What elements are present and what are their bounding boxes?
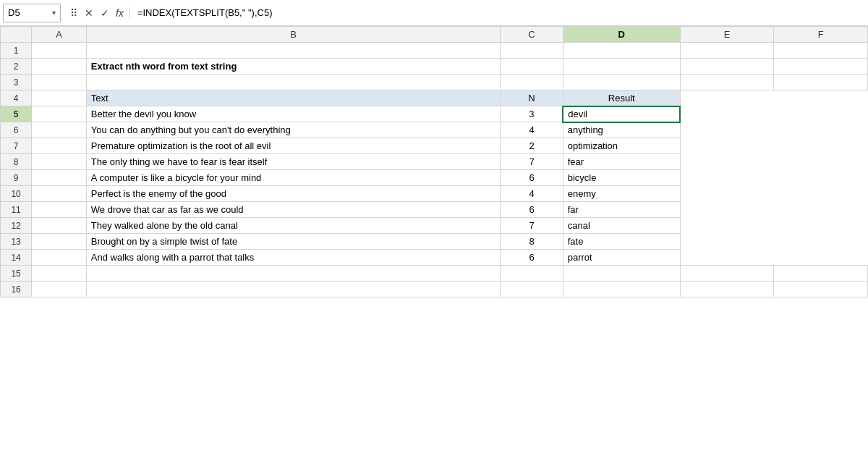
n-cell[interactable]: 6 — [501, 202, 563, 218]
row-number[interactable]: 15 — [1, 266, 32, 282]
result-cell[interactable]: canal — [563, 218, 680, 234]
cell[interactable] — [32, 106, 87, 122]
col-header-d[interactable]: D — [563, 27, 680, 43]
row-number[interactable]: 4 — [1, 90, 32, 106]
row-number[interactable]: 9 — [1, 170, 32, 186]
result-cell[interactable]: bicycle — [563, 170, 680, 186]
confirm-formula-icon[interactable]: ✓ — [98, 6, 111, 20]
cell[interactable] — [32, 75, 87, 90]
result-cell[interactable]: anything — [563, 122, 680, 138]
cell[interactable] — [680, 266, 774, 282]
n-cell[interactable]: 6 — [501, 250, 563, 266]
cell[interactable] — [32, 234, 87, 250]
row-number[interactable]: 12 — [1, 218, 32, 234]
row-number[interactable]: 1 — [1, 43, 32, 59]
col-result-header[interactable]: Result — [563, 90, 680, 106]
result-cell[interactable]: devil — [563, 106, 680, 122]
result-cell[interactable]: far — [563, 202, 680, 218]
cell[interactable] — [32, 122, 87, 138]
cell[interactable] — [563, 59, 680, 75]
cell[interactable] — [774, 282, 868, 297]
col-header-c[interactable]: C — [501, 27, 563, 43]
cell[interactable] — [86, 75, 500, 90]
cell[interactable] — [680, 43, 774, 59]
n-cell[interactable]: 4 — [501, 186, 563, 202]
spreadsheet-title[interactable]: Extract nth word from text string — [86, 59, 500, 75]
text-cell[interactable]: The only thing we have to fear is fear i… — [86, 154, 500, 170]
result-cell[interactable]: parrot — [563, 250, 680, 266]
cell[interactable] — [680, 75, 774, 90]
row-number[interactable]: 6 — [1, 122, 32, 138]
n-cell[interactable]: 6 — [501, 170, 563, 186]
text-cell[interactable]: Premature optimization is the root of al… — [86, 138, 500, 154]
cell[interactable] — [32, 186, 87, 202]
cell[interactable] — [32, 282, 87, 297]
cell-reference-box[interactable]: D5 ▾ — [3, 4, 61, 22]
col-header-b[interactable]: B — [86, 27, 500, 43]
col-header-f[interactable]: F — [774, 27, 868, 43]
cancel-formula-icon[interactable]: ✕ — [82, 6, 95, 20]
row-number[interactable]: 16 — [1, 282, 32, 297]
cell[interactable] — [774, 75, 868, 90]
cell[interactable] — [32, 218, 87, 234]
cell[interactable] — [32, 170, 87, 186]
n-cell[interactable]: 2 — [501, 138, 563, 154]
row-number[interactable]: 8 — [1, 154, 32, 170]
result-cell[interactable]: fear — [563, 154, 680, 170]
text-cell[interactable]: A computer is like a bicycle for your mi… — [86, 170, 500, 186]
text-cell[interactable]: You can do anything but you can't do eve… — [86, 122, 500, 138]
n-cell[interactable]: 7 — [501, 218, 563, 234]
col-header-e[interactable]: E — [680, 27, 774, 43]
n-cell[interactable]: 3 — [501, 106, 563, 122]
cell[interactable] — [32, 266, 87, 282]
text-cell[interactable]: Brought on by a simple twist of fate — [86, 234, 500, 250]
cell[interactable] — [680, 282, 774, 297]
cell[interactable] — [501, 75, 563, 90]
row-number[interactable]: 5 — [1, 106, 32, 122]
row-number[interactable]: 10 — [1, 186, 32, 202]
row-number[interactable]: 14 — [1, 250, 32, 266]
cell[interactable] — [563, 282, 680, 297]
result-cell[interactable]: optimization — [563, 138, 680, 154]
result-cell[interactable]: enemy — [563, 186, 680, 202]
cell[interactable] — [563, 75, 680, 90]
text-cell[interactable]: They walked alone by the old canal — [86, 218, 500, 234]
cell[interactable] — [86, 43, 500, 59]
row-number[interactable]: 3 — [1, 75, 32, 90]
n-cell[interactable]: 4 — [501, 122, 563, 138]
cell[interactable] — [86, 282, 500, 297]
cell[interactable] — [501, 266, 563, 282]
cell[interactable] — [32, 154, 87, 170]
cell-ref-dropdown-icon[interactable]: ▾ — [52, 9, 56, 17]
cell[interactable] — [501, 282, 563, 297]
cell[interactable] — [774, 43, 868, 59]
n-cell[interactable]: 8 — [501, 234, 563, 250]
cell[interactable] — [501, 59, 563, 75]
text-cell[interactable]: We drove that car as far as we could — [86, 202, 500, 218]
result-cell[interactable]: fate — [563, 234, 680, 250]
cell[interactable] — [86, 266, 500, 282]
row-number[interactable]: 13 — [1, 234, 32, 250]
text-cell[interactable]: Better the devil you know — [86, 106, 500, 122]
cell[interactable] — [32, 59, 87, 75]
cell[interactable] — [774, 266, 868, 282]
row-number[interactable]: 2 — [1, 59, 32, 75]
cell[interactable] — [32, 138, 87, 154]
cell[interactable] — [32, 250, 87, 266]
cell[interactable] — [501, 43, 563, 59]
cell[interactable] — [563, 43, 680, 59]
n-cell[interactable]: 7 — [501, 154, 563, 170]
cell[interactable] — [774, 59, 868, 75]
cell[interactable] — [563, 266, 680, 282]
row-number[interactable]: 11 — [1, 202, 32, 218]
col-header-a[interactable]: A — [32, 27, 87, 43]
text-cell[interactable]: Perfect is the enemy of the good — [86, 186, 500, 202]
cell[interactable] — [32, 202, 87, 218]
cell[interactable] — [32, 43, 87, 59]
row-number[interactable]: 7 — [1, 138, 32, 154]
col-text-header[interactable]: Text — [86, 90, 500, 106]
cell[interactable] — [32, 90, 87, 106]
text-cell[interactable]: And walks along with a parrot that talks — [86, 250, 500, 266]
formula-input[interactable] — [135, 6, 865, 20]
col-n-header[interactable]: N — [501, 90, 563, 106]
